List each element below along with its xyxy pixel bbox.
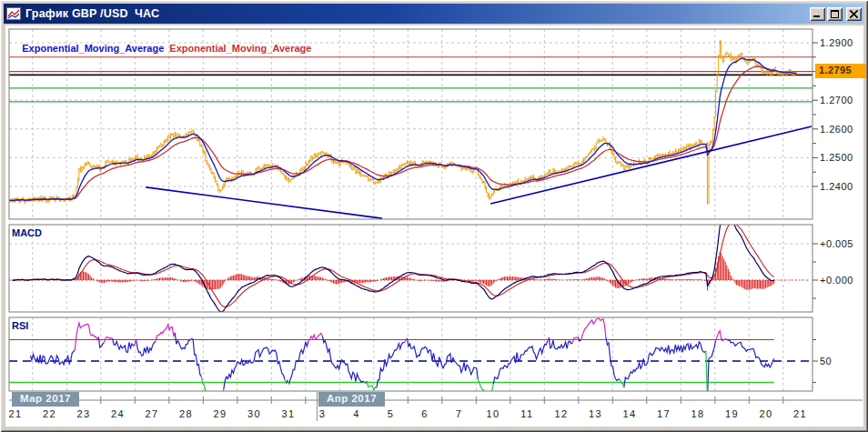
month-badge-april: Апр 2017 xyxy=(318,392,385,407)
macd-panel-label: MACD xyxy=(12,227,42,239)
minimize-button[interactable] xyxy=(810,7,825,21)
indicator-legend: Exponential_Moving_AverageExponential_Mo… xyxy=(11,31,317,66)
trendline[interactable] xyxy=(146,187,382,218)
trendline[interactable] xyxy=(490,126,812,204)
date-label: 12 xyxy=(554,408,568,419)
rsi-axis-label: 50 xyxy=(820,356,832,367)
date-label: 29 xyxy=(213,408,227,419)
macd-plot xyxy=(9,214,808,312)
rsi-panel-label: RSI xyxy=(12,320,28,332)
date-label: 21 xyxy=(8,408,22,419)
ema-fast-label: Exponential_Moving_Average xyxy=(22,43,164,54)
ema-slow-label: Exponential_Moving_Average xyxy=(169,43,311,54)
macd-panel[interactable] xyxy=(9,225,812,312)
rsi-line xyxy=(30,333,773,399)
date-label: 11 xyxy=(520,408,533,419)
price-axis[interactable]: 1.29001.28001.27001.26001.25001.2400+0.0… xyxy=(812,37,853,383)
minimize-icon xyxy=(813,10,822,18)
date-label: 30 xyxy=(247,408,261,419)
date-label: 31 xyxy=(281,408,295,419)
price-axis-label: 1.2700 xyxy=(820,95,853,105)
date-label: 7 xyxy=(456,408,463,419)
date-label: 24 xyxy=(111,408,125,419)
date-label: 21 xyxy=(793,408,807,419)
month-badge-march: Мар 2017 xyxy=(12,392,79,407)
macd-axis-label: +0.005 xyxy=(820,238,853,249)
ema-fast-line xyxy=(10,58,797,200)
window-title: График GBP /USD ЧАС xyxy=(25,7,808,20)
macd-signal-line xyxy=(13,223,774,307)
date-label: 27 xyxy=(145,408,158,419)
price-axis-label: 1.2400 xyxy=(820,181,853,192)
date-label: 6 xyxy=(421,408,429,419)
date-label: 14 xyxy=(622,408,636,419)
date-label: 3 xyxy=(319,408,327,419)
current-price-badge: 1.2795 xyxy=(815,64,866,78)
price-axis-label: 1.2600 xyxy=(820,124,853,135)
close-icon xyxy=(850,10,858,18)
close-button[interactable] xyxy=(846,7,862,21)
date-label: 22 xyxy=(43,408,56,419)
macd-histogram xyxy=(10,252,774,291)
date-label: 10 xyxy=(486,408,500,419)
date-label: 17 xyxy=(657,408,671,419)
date-label: 19 xyxy=(725,408,739,419)
price-axis-label: 1.2500 xyxy=(820,152,853,163)
macd-line xyxy=(13,214,774,312)
date-label: 13 xyxy=(589,408,602,419)
titlebar[interactable]: График GBP /USD ЧАС xyxy=(4,4,864,24)
x-axis[interactable]: 2122232427282930313456710111213141718192… xyxy=(8,391,863,421)
maximize-button[interactable] xyxy=(827,7,843,21)
date-label: 4 xyxy=(353,408,360,419)
price-axis-label: 1.2900 xyxy=(820,37,853,48)
date-label: 5 xyxy=(388,408,395,419)
rsi-panel[interactable] xyxy=(9,317,812,391)
rsi-plot xyxy=(9,318,810,405)
gridlines xyxy=(9,29,812,391)
app-chart-icon xyxy=(6,7,21,20)
ema-slow-line xyxy=(10,66,774,200)
chart-window: 1.29001.28001.27001.26001.25001.2400+0.0… xyxy=(0,0,868,432)
date-label: 20 xyxy=(759,408,772,419)
macd-axis-label: +0.000 xyxy=(820,275,853,286)
date-label: 18 xyxy=(691,408,704,419)
date-label: 28 xyxy=(179,408,193,419)
maximize-icon xyxy=(831,10,839,18)
date-label: 23 xyxy=(76,408,90,419)
